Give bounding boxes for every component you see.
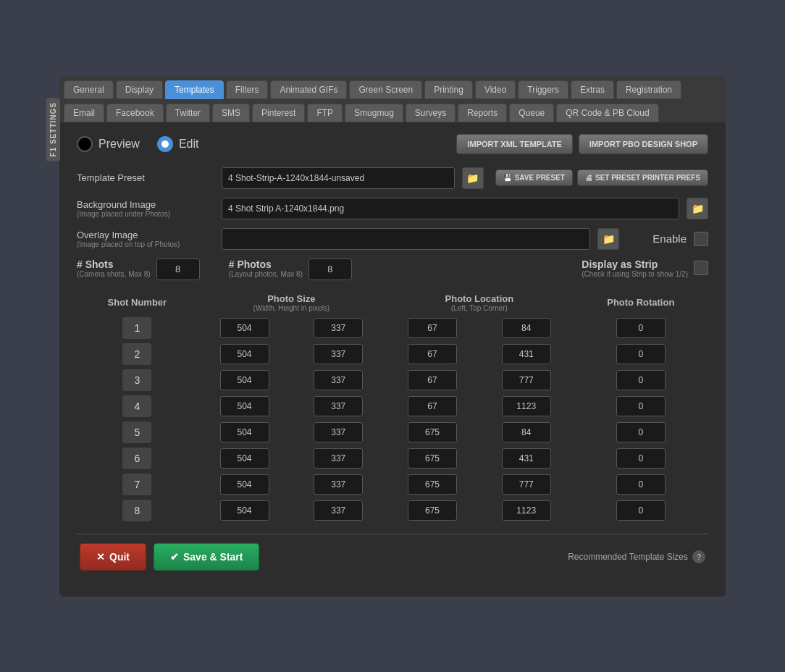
nav-tab-templates[interactable]: Templates	[165, 80, 224, 99]
height-input[interactable]	[314, 448, 363, 469]
rotation-cell[interactable]	[574, 419, 708, 445]
left-cell[interactable]	[385, 393, 479, 419]
left-input[interactable]	[408, 370, 457, 390]
width-cell[interactable]	[198, 341, 292, 367]
width-input[interactable]	[220, 422, 269, 442]
top-input[interactable]	[502, 422, 551, 442]
height-input[interactable]	[314, 500, 363, 521]
top-cell[interactable]	[479, 341, 574, 367]
nav-tab-email[interactable]: Email	[64, 104, 104, 122]
height-cell[interactable]	[291, 497, 385, 524]
left-input[interactable]	[408, 448, 457, 469]
nav-tab-triggers[interactable]: Triggers	[518, 80, 568, 99]
nav-tab-printing[interactable]: Printing	[424, 80, 473, 99]
left-input[interactable]	[408, 500, 457, 521]
rotation-input[interactable]	[616, 370, 666, 390]
nav-tab-display[interactable]: Display	[116, 80, 163, 99]
top-cell[interactable]	[479, 315, 574, 341]
height-cell[interactable]	[291, 445, 385, 471]
width-input[interactable]	[220, 370, 269, 390]
nav-tab-reports[interactable]: Reports	[458, 104, 507, 122]
nav-tab-ftp[interactable]: FTP	[307, 104, 343, 122]
save-preset-button[interactable]: 💾 SAVE PRESET	[495, 169, 573, 186]
background-folder-button[interactable]: 📁	[687, 198, 708, 219]
nav-tab-queue[interactable]: Queue	[509, 104, 554, 122]
nav-tab-facebook[interactable]: Facebook	[106, 104, 164, 122]
top-cell[interactable]	[479, 471, 574, 497]
left-input[interactable]	[408, 422, 457, 442]
nav-tab-smugmug[interactable]: Smugmug	[345, 104, 403, 122]
left-cell[interactable]	[385, 497, 479, 524]
rotation-cell[interactable]	[574, 393, 708, 419]
left-input[interactable]	[408, 474, 457, 495]
left-cell[interactable]	[385, 367, 479, 393]
rotation-cell[interactable]	[574, 367, 708, 393]
nav-tab-qr-code-&-pb-cloud[interactable]: QR Code & PB Cloud	[556, 104, 658, 122]
width-input[interactable]	[220, 396, 269, 416]
rotation-input[interactable]	[616, 344, 666, 364]
template-preset-input[interactable]	[222, 167, 455, 189]
preset-folder-button[interactable]: 📁	[462, 167, 484, 189]
nav-tab-green-screen[interactable]: Green Screen	[349, 80, 422, 99]
left-input[interactable]	[408, 396, 457, 416]
top-input[interactable]	[502, 396, 551, 416]
top-input[interactable]	[502, 370, 551, 390]
rotation-cell[interactable]	[574, 341, 708, 367]
height-cell[interactable]	[291, 367, 385, 393]
top-input[interactable]	[502, 448, 551, 469]
width-cell[interactable]	[198, 471, 292, 497]
preview-option[interactable]: Preview	[77, 136, 140, 152]
import-pbo-button[interactable]: IMPORT PBO DESIGN SHOP	[579, 134, 708, 154]
strip-checkbox[interactable]	[694, 261, 708, 275]
preview-radio[interactable]	[77, 136, 93, 152]
left-input[interactable]	[408, 344, 457, 364]
background-image-input[interactable]	[222, 198, 679, 219]
height-cell[interactable]	[291, 393, 385, 419]
rotation-input[interactable]	[616, 474, 666, 495]
top-cell[interactable]	[479, 445, 574, 471]
width-cell[interactable]	[198, 315, 292, 341]
rotation-cell[interactable]	[574, 471, 708, 497]
width-input[interactable]	[220, 500, 269, 521]
enable-checkbox[interactable]	[694, 232, 708, 246]
import-xml-button[interactable]: IMPORT XML TEMPLATE	[456, 134, 572, 154]
rotation-input[interactable]	[616, 318, 666, 338]
rotation-cell[interactable]	[574, 315, 708, 341]
height-cell[interactable]	[291, 471, 385, 497]
nav-tab-registration[interactable]: Registration	[616, 80, 681, 99]
nav-tab-extras[interactable]: Extras	[571, 80, 614, 99]
width-input[interactable]	[220, 448, 269, 469]
top-input[interactable]	[502, 500, 551, 521]
height-cell[interactable]	[291, 419, 385, 445]
left-cell[interactable]	[385, 315, 479, 341]
top-input[interactable]	[502, 344, 551, 364]
left-cell[interactable]	[385, 471, 479, 497]
photos-input[interactable]	[308, 259, 352, 280]
top-cell[interactable]	[479, 367, 574, 393]
width-input[interactable]	[220, 344, 269, 364]
nav-tab-surveys[interactable]: Surveys	[406, 104, 456, 122]
overlay-folder-button[interactable]: 📁	[597, 228, 619, 250]
width-cell[interactable]	[198, 497, 292, 524]
nav-tab-sms[interactable]: SMS	[212, 104, 250, 122]
height-cell[interactable]	[291, 315, 385, 341]
edit-radio[interactable]	[157, 136, 173, 152]
help-button[interactable]: ?	[692, 550, 705, 563]
left-input[interactable]	[408, 318, 457, 338]
set-preset-button[interactable]: 🖨 SET PRESET PRINTER PREFS	[577, 169, 708, 186]
height-input[interactable]	[314, 422, 363, 442]
nav-tab-twitter[interactable]: Twitter	[166, 104, 210, 122]
top-cell[interactable]	[479, 419, 574, 445]
rotation-input[interactable]	[616, 448, 666, 469]
top-input[interactable]	[502, 318, 551, 338]
overlay-image-input[interactable]	[222, 228, 590, 250]
width-cell[interactable]	[198, 419, 292, 445]
nav-tab-pinterest[interactable]: Pinterest	[252, 104, 305, 122]
nav-tab-general[interactable]: General	[64, 80, 114, 99]
nav-tab-video[interactable]: Video	[475, 80, 516, 99]
rotation-cell[interactable]	[574, 497, 708, 524]
height-input[interactable]	[314, 318, 363, 338]
top-cell[interactable]	[479, 497, 574, 524]
width-cell[interactable]	[198, 393, 292, 419]
height-input[interactable]	[314, 370, 363, 390]
